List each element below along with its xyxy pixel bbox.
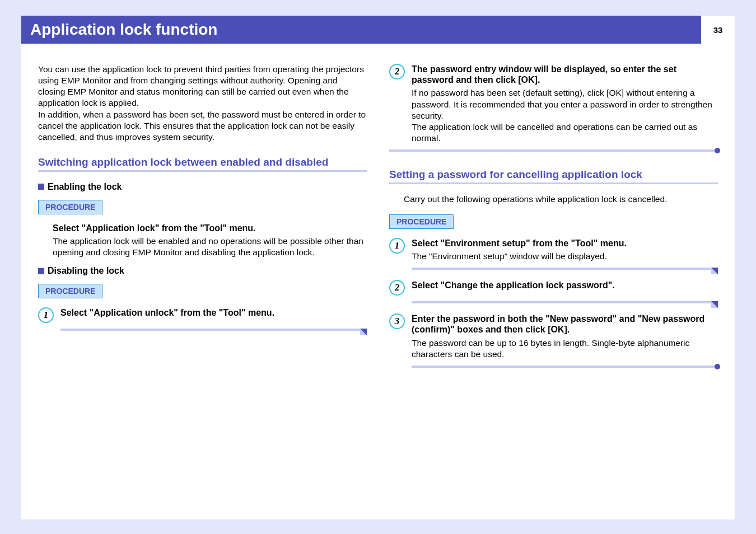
- step-text: The password entry window will be displa…: [412, 64, 718, 144]
- section-end-divider: [389, 149, 718, 152]
- step-number-badge: 2: [389, 64, 405, 79]
- section-end-divider: [412, 366, 718, 368]
- step-heading: The password entry window will be displa…: [412, 64, 718, 85]
- right-column: 2 The password entry window will be disp…: [389, 64, 718, 383]
- sub-heading-enable: Enabling the lock: [38, 182, 367, 192]
- step-body: The password can be up to 16 bytes in le…: [412, 338, 718, 360]
- step-body: The application lock will be enabled and…: [38, 236, 367, 258]
- step-body: The application lock will be cancelled a…: [412, 121, 718, 144]
- procedure-tag: PROCEDURE: [38, 284, 102, 298]
- procedure-tag: PROCEDURE: [389, 214, 454, 229]
- step-text: Select "Change the application lock pass…: [412, 280, 718, 296]
- section-note: Carry out the following operations while…: [389, 194, 718, 204]
- page-number: 33: [701, 16, 735, 44]
- step-item: 1 Select "Environment setup" from the "T…: [389, 238, 718, 262]
- square-bullet-icon: [38, 268, 44, 274]
- step-divider: [412, 268, 718, 270]
- title-bar: Application lock function 33: [21, 16, 735, 44]
- step-heading: Select "Application unlock" from the "To…: [60, 307, 367, 318]
- procedure-tag: PROCEDURE: [38, 200, 102, 214]
- step-heading: Select "Environment setup" from the "Too…: [412, 238, 718, 249]
- sub-heading-label: Enabling the lock: [48, 182, 122, 192]
- step-item: 3 Enter the password in both the "New pa…: [389, 313, 718, 360]
- left-column: You can use the application lock to prev…: [38, 64, 367, 383]
- step-item: 2 Select "Change the application lock pa…: [389, 280, 718, 296]
- step-number-badge: 2: [389, 280, 405, 296]
- square-bullet-icon: [38, 184, 44, 190]
- sub-heading-label: Disabling the lock: [48, 266, 124, 276]
- step-body: If no password has been set (default set…: [412, 87, 718, 121]
- step-heading: Select "Change the application lock pass…: [412, 280, 718, 291]
- document-page: Application lock function 33 You can use…: [21, 16, 735, 519]
- section-heading: Setting a password for cancelling applic…: [389, 168, 718, 184]
- step-text: Select "Application unlock" from the "To…: [60, 307, 367, 323]
- step-divider: [412, 301, 718, 303]
- step-number-badge: 1: [38, 307, 54, 323]
- step-heading: Enter the password in both the "New pass…: [412, 313, 718, 335]
- step-item: 2 The password entry window will be disp…: [389, 64, 718, 144]
- step-text: Select "Environment setup" from the "Too…: [412, 238, 718, 262]
- step-body: The "Environment setup" window will be d…: [412, 251, 718, 262]
- step-number-badge: 3: [389, 313, 405, 329]
- content-columns: You can use the application lock to prev…: [21, 44, 735, 383]
- page-title: Application lock function: [30, 21, 217, 39]
- sub-heading-disable: Disabling the lock: [38, 266, 367, 276]
- step-number-badge: 1: [389, 238, 405, 254]
- step-item: 1 Select "Application unlock" from the "…: [38, 307, 367, 323]
- step-heading: Select "Application lock" from the "Tool…: [38, 223, 367, 233]
- section-heading: Switching application lock between enabl…: [38, 156, 367, 172]
- step-text: Enter the password in both the "New pass…: [412, 313, 718, 360]
- intro-text: You can use the application lock to prev…: [38, 64, 367, 156]
- step-divider: [60, 329, 367, 331]
